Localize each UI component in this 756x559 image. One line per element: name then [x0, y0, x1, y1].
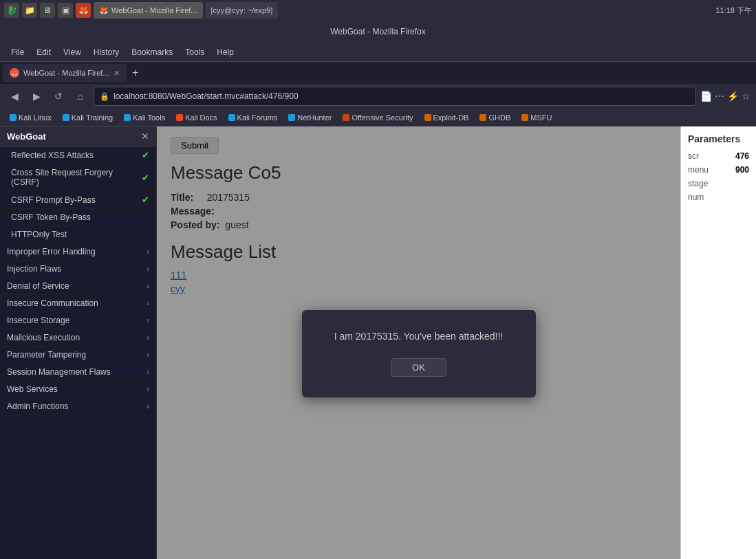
- arrow-icon: ›: [147, 367, 149, 377]
- tab-close-button[interactable]: ✕: [114, 69, 120, 78]
- check-icon: ✔: [142, 195, 149, 205]
- arrow-icon: ›: [147, 281, 149, 291]
- bookmark-kali-linux[interactable]: Kali Linux: [6, 112, 56, 123]
- arrow-icon: ›: [147, 316, 149, 325]
- pocket-icon[interactable]: ⚡: [727, 91, 739, 102]
- kali-forums-icon: [228, 114, 235, 121]
- sidebar: WebGoat ✕ Reflected XSS Attacks ✔ Cross …: [0, 127, 157, 559]
- menu-help[interactable]: Help: [211, 45, 239, 59]
- params-title: Parameters: [688, 133, 749, 144]
- sidebar-header: WebGoat ✕: [0, 127, 156, 146]
- taskbar: 🐉 📁 🖥 ▣ 🦊 🦊 WebGoat - Mozilla Firef... […: [0, 0, 756, 21]
- sidebar-item-insecure-storage[interactable]: Insecure Storage ›: [0, 312, 156, 329]
- sidebar-title: WebGoat: [7, 131, 46, 142]
- sidebar-item-injection-flaws[interactable]: Injection Flaws ›: [0, 261, 156, 278]
- param-val-scr: 476: [735, 151, 749, 161]
- sidebar-items: Reflected XSS Attacks ✔ Cross Site Reque…: [0, 146, 156, 559]
- page-content: Submit Message Co5 Title: 20175315 Messa…: [157, 127, 680, 559]
- taskbar-monitor-icon[interactable]: 🖥: [40, 3, 55, 18]
- sidebar-item-param-tampering[interactable]: Parameter Tampering ›: [0, 347, 156, 364]
- bookmark-kali-forums[interactable]: Kali Forums: [224, 112, 282, 123]
- taskbar-tab-terminal[interactable]: [cyy@cyy: ~/exp9]: [206, 2, 279, 19]
- new-tab-button[interactable]: +: [128, 67, 142, 79]
- alert-message: I am 20175315. You've been attacked!!!: [330, 331, 508, 342]
- sidebar-item-web-services[interactable]: Web Services ›: [0, 381, 156, 398]
- taskbar-time: 11:18 下午: [715, 6, 752, 16]
- bookmark-nethunter[interactable]: NetHunter: [284, 112, 336, 123]
- menu-history[interactable]: History: [88, 45, 125, 59]
- taskbar-terminal-icon[interactable]: ▣: [58, 3, 73, 18]
- taskbar-files-icon[interactable]: 📁: [22, 3, 37, 18]
- sidebar-item-httponly[interactable]: HTTPOnly Test: [0, 226, 156, 243]
- params-panel: Parameters scr 476 menu 900 stage num: [680, 127, 756, 559]
- ghdb-icon: [479, 114, 486, 121]
- forward-button[interactable]: ▶: [28, 87, 45, 105]
- sidebar-item-improper-error[interactable]: Improper Error Handling ›: [0, 243, 156, 261]
- browser-tab-webgoat[interactable]: 🦊 WebGoat - Mozilla Firef... ✕: [3, 64, 127, 82]
- param-row-stage: stage: [688, 179, 749, 188]
- exploit-db-icon: [424, 114, 431, 121]
- browser-chrome: 🦊 WebGoat - Mozilla Firef... ✕ + ◀ ▶ ↺ ⌂…: [0, 62, 756, 127]
- taskbar-tab-firefox-label: WebGoat - Mozilla Firef...: [111, 6, 197, 14]
- address-icons: 📄 ⋯ ⚡ ☆: [700, 91, 750, 102]
- taskbar-firefox-icon[interactable]: 🦊: [76, 3, 91, 18]
- kali-training-icon: [63, 114, 69, 121]
- menu-bookmarks[interactable]: Bookmarks: [126, 45, 178, 59]
- sidebar-item-denial-of-service[interactable]: Denial of Service ›: [0, 278, 156, 295]
- bookmark-kali-docs[interactable]: Kali Docs: [172, 112, 221, 123]
- sidebar-item-csrf-token[interactable]: CSRF Token By-Pass: [0, 209, 156, 226]
- bookmark-msfu[interactable]: MSFU: [517, 112, 556, 123]
- lock-icon: 🔒: [100, 92, 109, 101]
- alert-ok-button[interactable]: OK: [391, 358, 446, 377]
- content-params-row: Submit Message Co5 Title: 20175315 Messa…: [157, 127, 756, 559]
- arrow-icon: ›: [147, 384, 149, 394]
- bookmark-kali-tools[interactable]: Kali Tools: [120, 112, 169, 123]
- arrow-icon: ›: [147, 247, 149, 256]
- firefox-titlebar: WebGoat - Mozilla Firefox: [0, 21, 756, 43]
- msfu-icon: [521, 114, 528, 121]
- sidebar-item-admin-functions[interactable]: Admin Functions ›: [0, 398, 156, 415]
- tab-bar: 🦊 WebGoat - Mozilla Firef... ✕ +: [0, 62, 756, 84]
- bookmark-kali-training[interactable]: Kali Training: [58, 112, 118, 123]
- tab-favicon: 🦊: [10, 68, 19, 78]
- menu-tools[interactable]: Tools: [180, 45, 210, 59]
- firefox-title: WebGoat - Mozilla Firefox: [330, 27, 426, 36]
- arrow-icon: ›: [147, 298, 149, 308]
- sidebar-item-insecure-comm[interactable]: Insecure Communication ›: [0, 295, 156, 312]
- back-button[interactable]: ◀: [6, 87, 23, 105]
- taskbar-tab-firefox-favicon: 🦊: [99, 6, 109, 15]
- kali-docs-icon: [176, 114, 183, 121]
- taskbar-tab-terminal-label: [cyy@cyy: ~/exp9]: [211, 6, 273, 14]
- main-layout: WebGoat ✕ Reflected XSS Attacks ✔ Cross …: [0, 127, 756, 559]
- sidebar-item-session-mgmt[interactable]: Session Management Flaws ›: [0, 364, 156, 381]
- tab-label: WebGoat - Mozilla Firef...: [23, 69, 109, 77]
- reload-button[interactable]: ↺: [50, 87, 67, 105]
- home-button[interactable]: ⌂: [72, 87, 89, 105]
- sidebar-item-csrf-prompt[interactable]: CSRF Prompt By-Pass ✔: [0, 191, 156, 209]
- menu-edit[interactable]: Edit: [31, 45, 56, 59]
- sidebar-item-malicious-exec[interactable]: Malicious Execution ›: [0, 329, 156, 347]
- taskbar-tab-firefox[interactable]: 🦊 WebGoat - Mozilla Firef...: [94, 2, 203, 19]
- address-bar-row: ◀ ▶ ↺ ⌂ 🔒 localhost:8080/WebGoat/start.m…: [0, 84, 756, 109]
- menu-view[interactable]: View: [58, 45, 87, 59]
- param-name-scr: scr: [688, 151, 699, 161]
- bookmark-offensive-security[interactable]: Offensive Security: [338, 112, 417, 123]
- more-options-icon[interactable]: ⋯: [715, 91, 724, 102]
- nethunter-icon: [288, 114, 295, 121]
- param-name-num: num: [688, 193, 704, 202]
- menu-file[interactable]: File: [6, 45, 30, 59]
- taskbar-dragon-icon[interactable]: 🐉: [4, 3, 19, 18]
- sidebar-close-button[interactable]: ✕: [141, 131, 149, 142]
- kali-linux-icon: [10, 114, 17, 121]
- bookmark-star-icon[interactable]: ☆: [742, 91, 750, 102]
- bookmark-ghdb[interactable]: GHDB: [475, 112, 515, 123]
- address-bar[interactable]: 🔒 localhost:8080/WebGoat/start.mvc#attac…: [94, 87, 696, 106]
- sidebar-item-reflected-xss[interactable]: Reflected XSS Attacks ✔: [0, 146, 156, 164]
- arrow-icon: ›: [147, 350, 149, 360]
- reader-view-icon[interactable]: 📄: [700, 91, 712, 102]
- modal-overlay: I am 20175315. You've been attacked!!! O…: [157, 127, 680, 559]
- bookmark-exploit-db[interactable]: Exploit-DB: [420, 112, 473, 123]
- sidebar-item-csrf[interactable]: Cross Site Request Forgery (CSRF) ✔: [0, 164, 156, 191]
- check-icon: ✔: [142, 150, 149, 160]
- bookmarks-bar: Kali Linux Kali Training Kali Tools Kali…: [0, 109, 756, 127]
